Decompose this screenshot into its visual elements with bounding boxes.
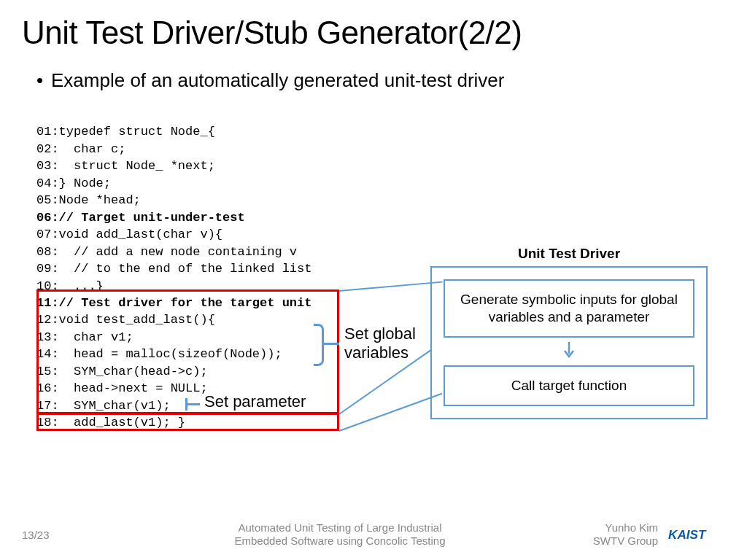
code-line: 02: char c; <box>36 142 125 156</box>
diagram-title: Unit Test Driver <box>430 246 708 262</box>
code-line: 05:Node *head; <box>36 193 141 207</box>
code-line: 09: // to the end of the linked list <box>36 262 311 276</box>
unit-test-driver-diagram: Unit Test Driver Generate symbolic input… <box>430 246 708 419</box>
code-line: 08: // add a new node containing v <box>36 245 297 259</box>
code-line: 15: SYM_char(head->c); <box>36 365 208 378</box>
slide-title: Unit Test Driver/Stub Generator(2/2) <box>0 0 747 58</box>
label-set-global: Set global variables <box>344 324 416 363</box>
footer-title: Automated Unit Testing of Large Industri… <box>102 521 578 549</box>
code-line: 14: head = malloc(sizeof(Node)); <box>36 347 282 361</box>
code-line: 03: struct Node_ *next; <box>36 159 215 173</box>
footer-author: Yunho Kim SWTV Group <box>578 521 658 549</box>
code-line-bold: 06:// Target unit-under-test <box>36 211 245 225</box>
label-set-parameter: Set parameter <box>204 392 306 411</box>
code-line: 17: SYM_char(v1); <box>36 399 171 413</box>
bullet-text: Example of an automatically generated un… <box>36 69 711 92</box>
code-line: 18: add_last(v1); } <box>36 416 185 429</box>
code-line: 04:} Node; <box>36 176 111 190</box>
diagram-box-call: Call target function <box>444 365 694 406</box>
code-line: 12:void test_add_last(){ <box>36 313 215 327</box>
code-line: 16: head->next = NULL; <box>36 381 208 395</box>
code-line: 07:void add_last(char v){ <box>36 228 222 241</box>
code-line: 01:typedef struct Node_{ <box>36 125 215 139</box>
kaist-logo-icon: KAIST <box>668 527 725 542</box>
diagram-container: Generate symbolic inputs for global vari… <box>430 266 708 419</box>
slide-footer: 13/23 Automated Unit Testing of Large In… <box>0 521 747 549</box>
diagram-box-generate: Generate symbolic inputs for global vari… <box>444 279 694 338</box>
code-line: 10: ...} <box>36 279 104 293</box>
code-line-bold: 11:// Test driver for the target unit <box>36 296 311 310</box>
arrow-down-icon <box>444 342 694 362</box>
svg-text:KAIST: KAIST <box>668 527 707 542</box>
code-line: 13: char v1; <box>36 330 133 344</box>
page-number: 13/23 <box>22 529 102 541</box>
